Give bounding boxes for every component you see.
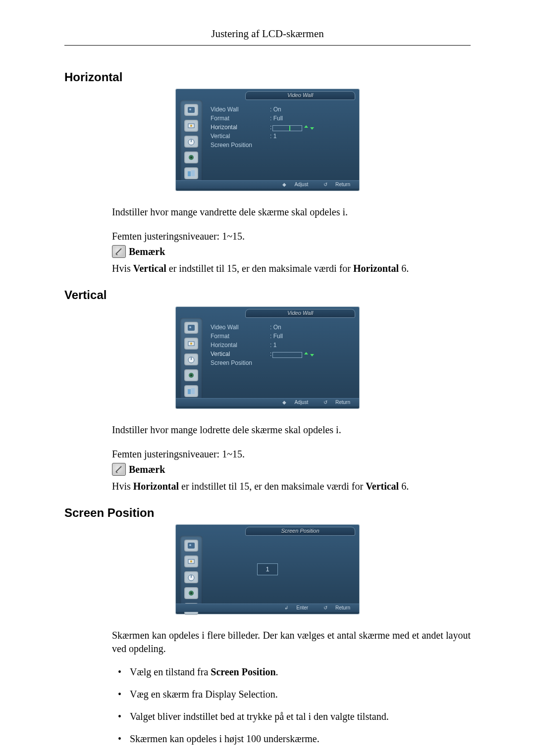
adjust-glyph-icon: ◆ — [282, 400, 286, 405]
note-icon — [112, 463, 126, 476]
section-heading-horizontal: Horizontal — [64, 70, 471, 84]
svg-rect-20 — [188, 543, 195, 549]
svg-point-11 — [189, 326, 191, 328]
osd-item[interactable]: Horizontal: 1 — [211, 341, 353, 350]
return-glyph-icon: ↺ — [323, 605, 327, 610]
list-item: Valget bliver indstillet bed at trykke p… — [130, 711, 471, 722]
section-heading-vertical: Vertical — [64, 288, 471, 302]
svg-rect-13 — [190, 343, 192, 345]
header-rule — [64, 45, 471, 46]
osd-title: Screen Position — [245, 527, 355, 536]
svg-rect-9 — [191, 170, 195, 176]
arrow-up-icon — [304, 125, 308, 128]
multi-icon — [184, 167, 198, 179]
adjust-glyph-icon: ◆ — [282, 182, 286, 187]
svg-point-1 — [189, 108, 191, 110]
osd-footer: ◆Adjust ↺Return — [176, 398, 359, 406]
osd-sidebar — [180, 100, 203, 188]
osd-menu-vertical: Video Wall Video Wall: On Format: Full H… — [176, 307, 359, 408]
slider-indicator — [272, 352, 302, 358]
timer-icon — [184, 353, 198, 365]
input-icon — [184, 338, 198, 350]
body-text: Indstiller hvor mange vandrette dele skæ… — [112, 205, 471, 219]
input-icon — [184, 555, 198, 567]
svg-rect-0 — [188, 107, 195, 113]
arrow-down-icon — [310, 127, 314, 130]
body-text: Skærmen kan opdeles i flere billeder. De… — [112, 629, 471, 655]
svg-point-27 — [190, 592, 192, 594]
osd-title: Video Wall — [245, 309, 355, 318]
svg-point-17 — [190, 374, 192, 376]
page-header-title: Justering af LCD-skærmen — [64, 28, 471, 40]
settings-icon — [184, 587, 198, 599]
position-cell[interactable]: 1 — [257, 563, 278, 575]
input-icon — [184, 120, 198, 132]
body-text: Femten justeringsniveauer: 1~15. — [112, 230, 471, 243]
osd-item[interactable]: Format: Full — [211, 114, 353, 123]
list-item: Vælg en tilstand fra Screen Position. — [130, 666, 471, 678]
svg-rect-8 — [188, 171, 191, 176]
list-item: Skærmen kan opdeles i højst 100 underskæ… — [130, 733, 471, 745]
list-item: Væg en skærm fra Display Selection. — [130, 689, 471, 700]
osd-title: Video Wall — [245, 91, 355, 100]
timer-icon — [184, 571, 198, 583]
section-heading-screen-position: Screen Position — [64, 506, 471, 520]
note-row: Bemærk — [112, 463, 471, 476]
bullet-list: Vælg en tilstand fra Screen Position. Væ… — [112, 666, 471, 745]
svg-rect-18 — [188, 389, 191, 394]
osd-item-active[interactable]: Vertical: — [211, 350, 353, 358]
svg-rect-19 — [191, 388, 195, 394]
body-text: Femten justeringsniveauer: 1~15. — [112, 448, 471, 461]
enter-glyph-icon: ↲ — [284, 605, 288, 610]
multi-icon — [184, 385, 198, 397]
osd-menu-screen-position: Screen Position 1 ↲Enter ↺Return — [176, 525, 359, 614]
osd-item-active[interactable]: Horizontal: — [211, 123, 353, 132]
settings-icon — [184, 151, 198, 163]
note-text: Hvis Vertical er indstillet til 15, er d… — [112, 262, 471, 275]
slider-indicator — [272, 125, 302, 131]
osd-footer: ◆Adjust ↺Return — [176, 180, 359, 189]
osd-footer: ↲Enter ↺Return — [176, 604, 359, 612]
osd-sidebar — [180, 318, 203, 405]
note-icon — [112, 245, 126, 258]
osd-item[interactable]: Screen Position — [211, 141, 353, 150]
osd-item-list: Video Wall: On Format: Full Horizontal: … — [211, 105, 353, 150]
timer-icon — [184, 136, 198, 148]
svg-rect-23 — [190, 560, 192, 562]
osd-item[interactable]: Format: Full — [211, 332, 353, 341]
svg-point-7 — [190, 156, 192, 158]
note-label: Bemærk — [129, 246, 165, 257]
osd-menu-horizontal: Video Wall Video Wall: On Format: Full H… — [176, 89, 359, 191]
body-text: Indstiller hvor mange lodrette dele skær… — [112, 423, 471, 437]
picture-icon — [184, 322, 198, 334]
osd-item[interactable]: Video Wall: On — [211, 323, 353, 332]
settings-icon — [184, 369, 198, 381]
note-label: Bemærk — [129, 464, 165, 475]
svg-rect-3 — [190, 125, 192, 127]
osd-item[interactable]: Screen Position — [211, 358, 353, 367]
return-glyph-icon: ↺ — [323, 182, 327, 187]
osd-item-list: Video Wall: On Format: Full Horizontal: … — [211, 323, 353, 367]
osd-item[interactable]: Vertical: 1 — [211, 132, 353, 141]
picture-icon — [184, 540, 198, 552]
note-row: Bemærk — [112, 245, 471, 258]
note-text: Hvis Horizontal er indstillet til 15, er… — [112, 480, 471, 493]
picture-icon — [184, 104, 198, 116]
osd-sidebar — [180, 536, 203, 611]
osd-item[interactable]: Video Wall: On — [211, 105, 353, 114]
return-glyph-icon: ↺ — [323, 400, 327, 405]
svg-point-21 — [189, 544, 191, 546]
arrow-up-icon — [304, 352, 308, 354]
svg-rect-10 — [188, 325, 195, 331]
arrow-down-icon — [310, 354, 314, 356]
